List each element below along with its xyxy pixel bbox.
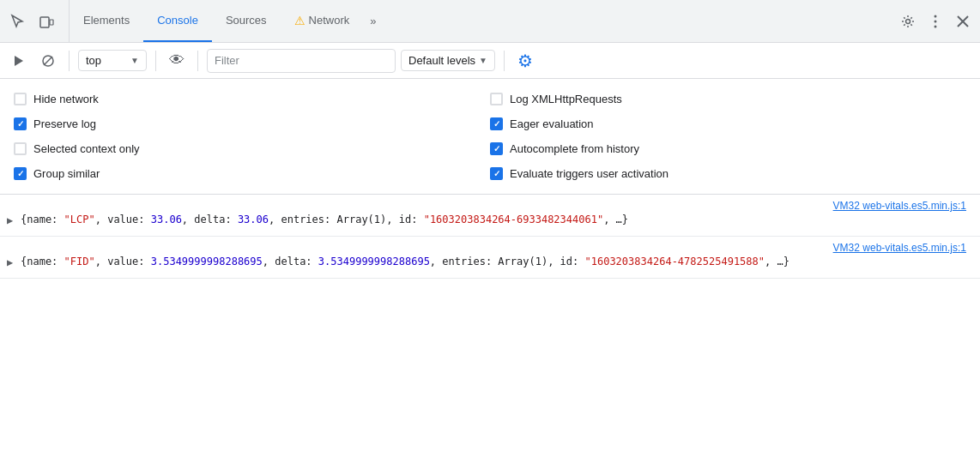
context-selector[interactable]: top ▼ bbox=[78, 50, 147, 71]
checkbox-row-eager-eval[interactable]: Eager evaluation bbox=[490, 112, 966, 135]
kebab-menu-icon[interactable] bbox=[923, 9, 947, 33]
checkbox-label-preserve-log: Preserve log bbox=[33, 117, 96, 130]
more-tabs-button[interactable]: » bbox=[363, 15, 383, 27]
console-entry-header: VM32 web-vitals.es5.min.js:1 bbox=[0, 240, 980, 254]
tab-sources[interactable]: Sources bbox=[212, 0, 281, 42]
filter-input[interactable] bbox=[207, 49, 396, 73]
checkbox-row-autocomplete[interactable]: Autocomplete from history bbox=[490, 137, 966, 160]
console-text-part: "LCP" bbox=[64, 213, 95, 226]
svg-line-10 bbox=[44, 57, 52, 65]
svg-point-4 bbox=[935, 20, 937, 22]
checkbox-row-group-similar[interactable]: Group similar bbox=[14, 162, 490, 185]
checkbox-autocomplete[interactable] bbox=[490, 142, 503, 155]
separator-2 bbox=[155, 51, 156, 71]
console-text: {name: "LCP", value: 33.06, delta: 33.06… bbox=[21, 212, 973, 228]
console-text-part: 3.5349999998288695 bbox=[318, 256, 430, 268]
console-text-part: , value: bbox=[95, 256, 151, 268]
checkbox-selected-context[interactable] bbox=[14, 142, 27, 155]
console-entry-header: VM32 web-vitals.es5.min.js:1 bbox=[0, 198, 980, 212]
console-text-part: Array(1) bbox=[337, 213, 387, 226]
eye-icon[interactable]: 👁 bbox=[165, 49, 189, 73]
console-text-part: , entries: Array(1), id: bbox=[430, 256, 585, 268]
console-line: ▶{name: "FID", value: 3.5349999998288695… bbox=[0, 254, 980, 274]
source-link[interactable]: VM32 web-vitals.es5.min.js:1 bbox=[833, 200, 966, 212]
levels-arrow: ▼ bbox=[479, 56, 487, 65]
cursor-icon[interactable] bbox=[5, 9, 29, 33]
console-text-part: 3.5349999998288695 bbox=[151, 256, 263, 268]
checkbox-group-similar[interactable] bbox=[14, 167, 27, 180]
checkbox-label-hide-network: Hide network bbox=[33, 93, 99, 105]
console-text-part: 33.06 bbox=[151, 213, 182, 226]
console-text-part: "1603203834264-6933482344061" bbox=[424, 213, 604, 226]
tab-network[interactable]: ⚠ Network bbox=[281, 0, 364, 42]
checkbox-row-preserve-log[interactable]: Preserve log bbox=[14, 112, 490, 135]
checkbox-label-eager-eval: Eager evaluation bbox=[510, 117, 594, 130]
svg-point-5 bbox=[935, 25, 937, 27]
source-link[interactable]: VM32 web-vitals.es5.min.js:1 bbox=[833, 242, 966, 254]
checkbox-label-log-xml: Log XMLHttpRequests bbox=[510, 93, 622, 105]
console-text-part: , delta: bbox=[182, 213, 238, 226]
levels-selector[interactable]: Default levels ▼ bbox=[401, 50, 495, 71]
warning-icon: ⚠ bbox=[294, 14, 305, 27]
console-text-part: , value: bbox=[95, 213, 151, 226]
expand-arrow[interactable]: ▶ bbox=[7, 254, 21, 271]
tab-bar-right bbox=[889, 9, 975, 33]
checkbox-row-eval-triggers[interactable]: Evaluate triggers user activation bbox=[490, 162, 966, 185]
checkbox-hide-network[interactable] bbox=[14, 93, 27, 105]
console-entry-entry-1: VM32 web-vitals.es5.min.js:1▶{name: "LCP… bbox=[0, 195, 980, 237]
checkbox-label-autocomplete: Autocomplete from history bbox=[510, 142, 639, 155]
console-line: ▶{name: "LCP", value: 33.06, delta: 33.0… bbox=[0, 212, 980, 232]
svg-point-3 bbox=[935, 15, 937, 17]
svg-rect-1 bbox=[50, 20, 53, 25]
settings-area: Hide networkLog XMLHttpRequestsPreserve … bbox=[0, 79, 980, 195]
tab-console[interactable]: Console bbox=[143, 0, 212, 42]
console-text: {name: "FID", value: 3.5349999998288695,… bbox=[21, 254, 973, 270]
separator-4 bbox=[504, 51, 505, 71]
console-text-part: , …} bbox=[603, 213, 628, 226]
checkbox-label-selected-context: Selected context only bbox=[33, 142, 140, 155]
console-text-part: , entries: bbox=[269, 213, 336, 226]
close-icon[interactable] bbox=[951, 9, 975, 33]
console-text-part: "FID" bbox=[64, 256, 95, 268]
separator-3 bbox=[197, 51, 198, 71]
checkbox-label-eval-triggers: Evaluate triggers user activation bbox=[510, 167, 668, 180]
checkbox-log-xml[interactable] bbox=[490, 93, 503, 105]
device-icon[interactable] bbox=[34, 9, 58, 33]
svg-point-2 bbox=[906, 19, 910, 23]
checkbox-eval-triggers[interactable] bbox=[490, 167, 503, 180]
console-text-part: 33.06 bbox=[238, 213, 269, 226]
console-text-part: {name: bbox=[21, 213, 64, 226]
checkbox-preserve-log[interactable] bbox=[14, 117, 27, 130]
tab-bar: Elements Console Sources ⚠ Network » bbox=[0, 0, 980, 43]
console-text-part: , …} bbox=[765, 256, 789, 268]
context-arrow: ▼ bbox=[130, 56, 139, 65]
main-content: top ▼ 👁 Default levels ▼ ⚙ Hide networkL… bbox=[0, 43, 980, 451]
console-text-part: , id: bbox=[386, 213, 423, 226]
tabs: Elements Console Sources ⚠ Network » bbox=[70, 0, 889, 42]
console-output: VM32 web-vitals.es5.min.js:1▶{name: "LCP… bbox=[0, 195, 980, 451]
expand-arrow[interactable]: ▶ bbox=[7, 212, 21, 229]
checkbox-row-selected-context[interactable]: Selected context only bbox=[14, 137, 490, 160]
checkbox-label-group-similar: Group similar bbox=[33, 167, 100, 180]
checkbox-row-log-xml[interactable]: Log XMLHttpRequests bbox=[490, 87, 966, 111]
tool-icons bbox=[5, 0, 70, 42]
console-text-part: "1603203834264-4782525491588" bbox=[584, 256, 765, 268]
checkbox-row-hide-network[interactable]: Hide network bbox=[14, 87, 490, 111]
separator-1 bbox=[69, 51, 70, 71]
console-settings-icon[interactable]: ⚙ bbox=[513, 49, 537, 73]
console-text-part: {name: bbox=[21, 256, 64, 268]
block-icon[interactable] bbox=[36, 49, 60, 73]
checkbox-eager-eval[interactable] bbox=[490, 117, 503, 130]
devtools-settings-icon[interactable] bbox=[896, 9, 920, 33]
tab-elements[interactable]: Elements bbox=[70, 0, 143, 42]
play-icon[interactable] bbox=[7, 49, 31, 73]
console-text-part: , delta: bbox=[263, 256, 318, 268]
svg-rect-0 bbox=[40, 17, 49, 27]
svg-marker-8 bbox=[15, 56, 23, 66]
toolbar: top ▼ 👁 Default levels ▼ ⚙ bbox=[0, 43, 980, 79]
console-entry-entry-2: VM32 web-vitals.es5.min.js:1▶{name: "FID… bbox=[0, 237, 980, 279]
